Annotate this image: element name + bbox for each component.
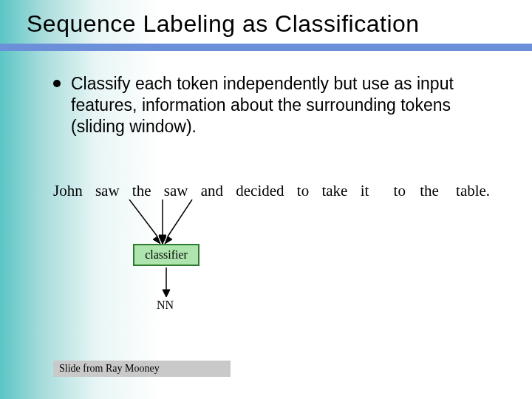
bullet-dot-icon [53, 80, 61, 87]
svg-marker-8 [163, 290, 170, 297]
token: table. [456, 182, 490, 200]
token: John [53, 182, 83, 200]
svg-line-5 [168, 200, 192, 236]
bullet-block: Classify each token independently but us… [0, 51, 532, 137]
token: saw [95, 182, 120, 200]
svg-line-0 [129, 200, 157, 236]
token: and [201, 182, 223, 200]
token: to [394, 182, 406, 200]
token: take [321, 182, 347, 200]
attribution-bar: Slide from Ray Mooney [53, 361, 231, 377]
token: the [420, 182, 439, 200]
title-underline [0, 44, 532, 51]
classifier-label: classifier [145, 248, 188, 262]
example-sentence: John saw the saw and decided to take it … [53, 182, 490, 200]
token: it [361, 182, 369, 200]
token: the [132, 182, 151, 200]
arrow-icon [159, 267, 174, 299]
attribution-text: Slide from Ray Mooney [59, 363, 160, 375]
slide-title: Sequence Labeling as Classification [0, 0, 532, 38]
token: decided [236, 182, 284, 200]
output-label: NN [157, 299, 174, 312]
token: to [297, 182, 309, 200]
bullet-text: Classify each token independently but us… [71, 73, 502, 137]
arrow-icon [122, 200, 196, 245]
token: saw [164, 182, 188, 200]
classifier-box: classifier [133, 244, 200, 266]
